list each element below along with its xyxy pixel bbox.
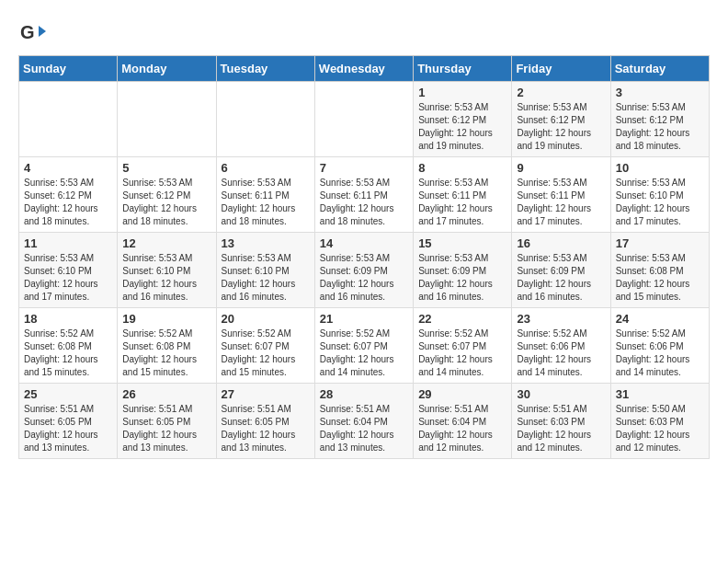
calendar-table: SundayMondayTuesdayWednesdayThursdayFrid…: [18, 55, 710, 459]
day-number: 5: [122, 161, 210, 175]
calendar-week-row: 4Sunrise: 5:53 AM Sunset: 6:12 PM Daylig…: [19, 157, 710, 233]
day-number: 14: [320, 236, 408, 250]
day-info: Sunrise: 5:51 AM Sunset: 6:04 PM Dayligh…: [418, 403, 506, 454]
calendar-cell: 15Sunrise: 5:53 AM Sunset: 6:09 PM Dayli…: [414, 233, 512, 308]
calendar-cell: 6Sunrise: 5:53 AM Sunset: 6:11 PM Daylig…: [216, 157, 314, 233]
day-info: Sunrise: 5:52 AM Sunset: 6:07 PM Dayligh…: [320, 327, 408, 379]
day-info: Sunrise: 5:53 AM Sunset: 6:11 PM Dayligh…: [418, 177, 506, 228]
day-info: Sunrise: 5:51 AM Sunset: 6:04 PM Dayligh…: [320, 403, 408, 454]
day-header-thursday: Thursday: [414, 56, 512, 82]
calendar-cell: 22Sunrise: 5:52 AM Sunset: 6:07 PM Dayli…: [414, 308, 512, 384]
day-number: 21: [320, 312, 408, 326]
calendar-cell: 27Sunrise: 5:51 AM Sunset: 6:05 PM Dayli…: [216, 384, 314, 459]
day-info: Sunrise: 5:53 AM Sunset: 6:11 PM Dayligh…: [320, 177, 408, 228]
day-info: Sunrise: 5:53 AM Sunset: 6:10 PM Dayligh…: [24, 252, 112, 304]
calendar-cell: 12Sunrise: 5:53 AM Sunset: 6:10 PM Dayli…: [118, 233, 216, 308]
day-info: Sunrise: 5:53 AM Sunset: 6:10 PM Dayligh…: [616, 177, 704, 228]
calendar-cell: 2Sunrise: 5:53 AM Sunset: 6:12 PM Daylig…: [512, 82, 610, 157]
calendar-header-row: SundayMondayTuesdayWednesdayThursdayFrid…: [19, 56, 710, 82]
logo: G: [18, 18, 50, 46]
calendar-cell: 17Sunrise: 5:53 AM Sunset: 6:08 PM Dayli…: [610, 233, 709, 308]
calendar-cell: 26Sunrise: 5:51 AM Sunset: 6:05 PM Dayli…: [118, 384, 216, 459]
calendar-cell: 13Sunrise: 5:53 AM Sunset: 6:10 PM Dayli…: [216, 233, 314, 308]
day-header-friday: Friday: [512, 56, 610, 82]
day-info: Sunrise: 5:53 AM Sunset: 6:12 PM Dayligh…: [24, 177, 112, 228]
day-info: Sunrise: 5:52 AM Sunset: 6:06 PM Dayligh…: [616, 327, 704, 379]
day-number: 6: [222, 161, 310, 175]
day-info: Sunrise: 5:52 AM Sunset: 6:06 PM Dayligh…: [517, 327, 605, 379]
page-header: G: [18, 18, 710, 46]
day-number: 8: [418, 161, 506, 175]
day-number: 19: [122, 312, 210, 326]
day-info: Sunrise: 5:53 AM Sunset: 6:12 PM Dayligh…: [517, 101, 605, 153]
day-info: Sunrise: 5:53 AM Sunset: 6:11 PM Dayligh…: [517, 177, 605, 228]
day-number: 24: [616, 312, 704, 326]
calendar-cell: 7Sunrise: 5:53 AM Sunset: 6:11 PM Daylig…: [314, 157, 413, 233]
calendar-cell: 3Sunrise: 5:53 AM Sunset: 6:12 PM Daylig…: [610, 82, 709, 157]
day-info: Sunrise: 5:52 AM Sunset: 6:07 PM Dayligh…: [222, 327, 310, 379]
day-header-saturday: Saturday: [610, 56, 709, 82]
calendar-cell: [216, 82, 314, 157]
day-number: 3: [616, 86, 704, 99]
calendar-cell: 21Sunrise: 5:52 AM Sunset: 6:07 PM Dayli…: [314, 308, 413, 384]
calendar-cell: 19Sunrise: 5:52 AM Sunset: 6:08 PM Dayli…: [118, 308, 216, 384]
calendar-cell: 18Sunrise: 5:52 AM Sunset: 6:08 PM Dayli…: [19, 308, 118, 384]
day-info: Sunrise: 5:51 AM Sunset: 6:05 PM Dayligh…: [122, 403, 210, 454]
day-number: 31: [616, 387, 704, 401]
day-number: 9: [517, 161, 605, 175]
calendar-cell: [314, 82, 413, 157]
day-number: 17: [616, 236, 704, 250]
day-number: 12: [122, 236, 210, 250]
day-info: Sunrise: 5:53 AM Sunset: 6:08 PM Dayligh…: [616, 252, 704, 304]
day-header-sunday: Sunday: [19, 56, 118, 82]
day-info: Sunrise: 5:53 AM Sunset: 6:09 PM Dayligh…: [418, 252, 506, 304]
calendar-cell: 14Sunrise: 5:53 AM Sunset: 6:09 PM Dayli…: [314, 233, 413, 308]
calendar-cell: 10Sunrise: 5:53 AM Sunset: 6:10 PM Dayli…: [610, 157, 709, 233]
calendar-week-row: 1Sunrise: 5:53 AM Sunset: 6:12 PM Daylig…: [19, 82, 710, 157]
day-info: Sunrise: 5:53 AM Sunset: 6:09 PM Dayligh…: [320, 252, 408, 304]
day-number: 22: [418, 312, 506, 326]
day-number: 11: [24, 236, 112, 250]
day-number: 16: [517, 236, 605, 250]
day-number: 13: [222, 236, 310, 250]
calendar-cell: 29Sunrise: 5:51 AM Sunset: 6:04 PM Dayli…: [414, 384, 512, 459]
day-info: Sunrise: 5:53 AM Sunset: 6:09 PM Dayligh…: [517, 252, 605, 304]
svg-text:G: G: [20, 22, 35, 42]
calendar-cell: 5Sunrise: 5:53 AM Sunset: 6:12 PM Daylig…: [118, 157, 216, 233]
day-info: Sunrise: 5:53 AM Sunset: 6:12 PM Dayligh…: [616, 101, 704, 153]
calendar-cell: 16Sunrise: 5:53 AM Sunset: 6:09 PM Dayli…: [512, 233, 610, 308]
calendar-cell: [118, 82, 216, 157]
day-info: Sunrise: 5:51 AM Sunset: 6:05 PM Dayligh…: [222, 403, 310, 454]
day-number: 4: [24, 161, 112, 175]
day-number: 2: [517, 86, 605, 99]
day-info: Sunrise: 5:52 AM Sunset: 6:07 PM Dayligh…: [418, 327, 506, 379]
day-number: 18: [24, 312, 112, 326]
calendar-cell: 1Sunrise: 5:53 AM Sunset: 6:12 PM Daylig…: [414, 82, 512, 157]
calendar-cell: 23Sunrise: 5:52 AM Sunset: 6:06 PM Dayli…: [512, 308, 610, 384]
calendar-cell: 25Sunrise: 5:51 AM Sunset: 6:05 PM Dayli…: [19, 384, 118, 459]
day-number: 27: [222, 387, 310, 401]
day-number: 7: [320, 161, 408, 175]
day-number: 20: [222, 312, 310, 326]
day-number: 30: [517, 387, 605, 401]
day-info: Sunrise: 5:52 AM Sunset: 6:08 PM Dayligh…: [24, 327, 112, 379]
day-info: Sunrise: 5:53 AM Sunset: 6:10 PM Dayligh…: [222, 252, 310, 304]
calendar-week-row: 18Sunrise: 5:52 AM Sunset: 6:08 PM Dayli…: [19, 308, 710, 384]
day-header-wednesday: Wednesday: [314, 56, 413, 82]
day-number: 25: [24, 387, 112, 401]
day-header-tuesday: Tuesday: [216, 56, 314, 82]
calendar-cell: 28Sunrise: 5:51 AM Sunset: 6:04 PM Dayli…: [314, 384, 413, 459]
calendar-cell: 11Sunrise: 5:53 AM Sunset: 6:10 PM Dayli…: [19, 233, 118, 308]
calendar-cell: [19, 82, 118, 157]
calendar-cell: 8Sunrise: 5:53 AM Sunset: 6:11 PM Daylig…: [414, 157, 512, 233]
day-number: 10: [616, 161, 704, 175]
day-number: 26: [122, 387, 210, 401]
day-info: Sunrise: 5:53 AM Sunset: 6:10 PM Dayligh…: [122, 252, 210, 304]
day-number: 15: [418, 236, 506, 250]
day-number: 1: [418, 86, 506, 99]
day-number: 28: [320, 387, 408, 401]
logo-icon: G: [18, 18, 46, 46]
day-number: 29: [418, 387, 506, 401]
day-info: Sunrise: 5:53 AM Sunset: 6:11 PM Dayligh…: [222, 177, 310, 228]
calendar-week-row: 25Sunrise: 5:51 AM Sunset: 6:05 PM Dayli…: [19, 384, 710, 459]
